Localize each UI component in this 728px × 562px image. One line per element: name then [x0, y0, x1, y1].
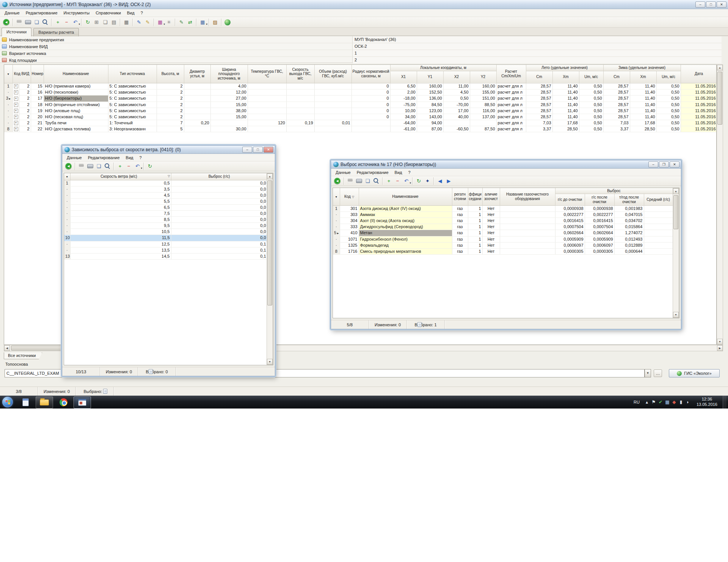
cell[interactable]: 87,00: [417, 126, 443, 132]
volume-icon[interactable]: ◗: [684, 398, 691, 406]
cell[interactable]: 151,00: [470, 95, 496, 102]
col-raschet[interactable]: Расчет Cm/Xm/Um: [496, 65, 526, 83]
cell[interactable]: 88,50: [470, 102, 496, 108]
cell[interactable]: 15: [31, 83, 44, 89]
cell[interactable]: [644, 230, 673, 236]
cell[interactable]: ·: [64, 241, 70, 247]
cell[interactable]: Нет: [482, 218, 500, 224]
copy-icon[interactable]: ❏: [101, 18, 110, 27]
cell[interactable]: 11.05.2016: [681, 108, 717, 114]
cell[interactable]: 1: [468, 218, 482, 224]
cell[interactable]: ·: [64, 222, 70, 229]
cell[interactable]: Н/О (вторичные отстойники): [44, 102, 108, 108]
cell[interactable]: 0,000644: [614, 248, 644, 254]
cell[interactable]: +: [13, 126, 19, 132]
restore-button[interactable]: ❐: [659, 161, 669, 168]
cell[interactable]: 5: С зависимостью: [108, 108, 157, 114]
cell[interactable]: ·: [64, 204, 70, 210]
cell[interactable]: [500, 205, 555, 211]
cell[interactable]: ·: [333, 236, 340, 242]
cell[interactable]: 0,50: [656, 114, 681, 120]
cell[interactable]: ·: [4, 102, 13, 108]
cell[interactable]: [644, 218, 673, 224]
cell[interactable]: 3,37: [526, 126, 552, 132]
cell[interactable]: 28,57: [526, 89, 552, 95]
cell[interactable]: 1325: [340, 242, 359, 248]
cell[interactable]: 2: [19, 114, 31, 120]
settings-icon[interactable]: ✳: [165, 18, 173, 27]
search-icon[interactable]: [372, 177, 381, 185]
cell[interactable]: 12,00: [210, 89, 248, 95]
cell[interactable]: 11,40: [552, 89, 579, 95]
menu-item-данные[interactable]: Данные: [2, 9, 23, 17]
update-icon[interactable]: ✔: [657, 398, 664, 406]
property-value[interactable]: 1: [352, 50, 722, 56]
cell[interactable]: 2: [19, 126, 31, 132]
cell[interactable]: Нет: [482, 242, 500, 248]
corner-arrow-icon[interactable]: ▼: [333, 188, 340, 205]
table-row[interactable]: ·+220Н/О (песковая плщ)5: С зависимостью…: [4, 114, 717, 120]
cell[interactable]: [500, 242, 555, 248]
table-row[interactable]: 1301Азота диоксид (Азот (IV) оксид)газ1Н…: [333, 205, 673, 211]
cell[interactable]: 120: [248, 120, 286, 126]
menu-item-вид[interactable]: Вид: [123, 154, 136, 161]
cell[interactable]: 7,03: [526, 120, 552, 126]
cell[interactable]: -18,00: [390, 95, 417, 102]
cell[interactable]: 160,00: [417, 83, 443, 89]
cell[interactable]: [500, 236, 555, 242]
cell[interactable]: 0,0: [171, 235, 267, 241]
cell[interactable]: 20: [31, 114, 44, 120]
close-button[interactable]: ✕: [264, 147, 273, 153]
cell[interactable]: 13,5: [70, 247, 171, 253]
cell[interactable]: ·: [333, 218, 340, 224]
expand-icon[interactable]: +: [14, 90, 18, 94]
show-desktop-button[interactable]: [723, 396, 726, 409]
tab-all-sources[interactable]: Все источники: [4, 352, 42, 359]
cell[interactable]: 11.05.2016: [681, 89, 717, 95]
cell[interactable]: 28,57: [526, 83, 552, 89]
cell[interactable]: 11.05.2016: [681, 126, 717, 132]
cell[interactable]: 0,0: [171, 216, 267, 222]
table-row[interactable]: 5▸410Метангаз1Нет0,06026640,06026641,274…: [333, 230, 673, 236]
cell[interactable]: -75,00: [390, 102, 417, 108]
cell[interactable]: 2: [19, 95, 31, 102]
cell[interactable]: 3: Неорганизованн: [108, 126, 157, 132]
cell[interactable]: Гидроксибензол (Фенол): [359, 236, 452, 242]
search-icon[interactable]: [41, 18, 50, 27]
cell[interactable]: 0,0005909: [555, 236, 585, 242]
expand-icon[interactable]: +: [14, 103, 18, 107]
action-center-icon[interactable]: ⚑: [650, 398, 657, 406]
cell[interactable]: [314, 83, 351, 89]
menu-item-вид[interactable]: Вид: [392, 169, 405, 176]
cell[interactable]: 28,57: [603, 108, 630, 114]
cell[interactable]: расчет для л: [496, 95, 526, 102]
scroll-thumb[interactable]: [673, 195, 678, 229]
cell[interactable]: газ: [452, 230, 468, 236]
cell[interactable]: 4,00: [210, 83, 248, 89]
cell[interactable]: 0,50: [579, 89, 603, 95]
cell[interactable]: 1716: [340, 248, 359, 254]
cell[interactable]: 0,012889: [614, 242, 644, 248]
cell[interactable]: 17,00: [443, 108, 470, 114]
menu-item-вид[interactable]: Вид: [124, 9, 138, 17]
cell[interactable]: 0,0005909: [585, 236, 614, 242]
dropdown-arrow-icon[interactable]: ▾: [410, 182, 411, 185]
refresh-icon[interactable]: ↻: [414, 177, 423, 185]
corner-arrow-icon[interactable]: ▼: [64, 173, 70, 180]
cell[interactable]: [314, 89, 351, 95]
cell[interactable]: 11,40: [630, 83, 656, 89]
cell[interactable]: ·: [64, 210, 70, 216]
cell[interactable]: 28,57: [603, 102, 630, 108]
table-row[interactable]: 10▸11,50,0: [64, 235, 267, 241]
cell[interactable]: 17,68: [552, 120, 579, 126]
dropdown-arrow-icon[interactable]: ▾: [78, 23, 80, 26]
back-icon[interactable]: ◀: [3, 19, 9, 25]
cell[interactable]: 0,50: [579, 114, 603, 120]
cell[interactable]: 28,57: [526, 95, 552, 102]
col-y1[interactable]: Y1: [417, 71, 443, 83]
property-value[interactable]: МУП 'Водоканал' (36): [352, 36, 722, 43]
minimize-button[interactable]: –: [648, 161, 658, 168]
cell[interactable]: [500, 248, 555, 254]
cell[interactable]: 3,37: [603, 126, 630, 132]
cell[interactable]: 0,01: [314, 120, 351, 126]
